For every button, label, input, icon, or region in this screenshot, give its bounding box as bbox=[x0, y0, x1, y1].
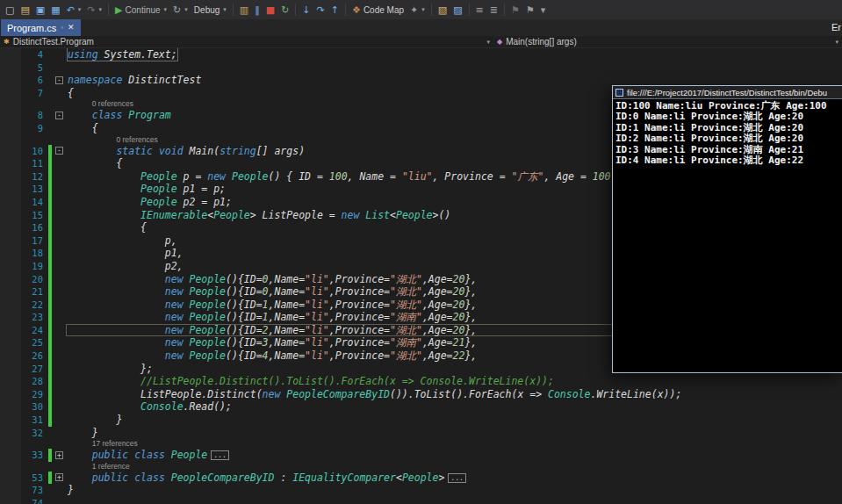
code-line[interactable]: 73} bbox=[0, 484, 842, 497]
fold-margin bbox=[54, 48, 66, 61]
toolbar-overflow-button[interactable]: ▾ bbox=[538, 4, 549, 16]
stop-debugging-icon: ■ bbox=[266, 5, 275, 15]
restart-app-icon: ↻ bbox=[173, 5, 181, 15]
debug-target-button[interactable]: Debug▾ bbox=[191, 4, 229, 16]
change-bar bbox=[47, 99, 54, 109]
console-line: ID:0 Name:li Province:湖北 Age:20 bbox=[615, 112, 842, 122]
toolbar-separator bbox=[345, 4, 346, 16]
step-into-button[interactable]: ↓ bbox=[299, 4, 313, 16]
member-dropdown[interactable]: ◆ Main(string[] args) ▾ bbox=[493, 36, 842, 47]
code-line[interactable]: 29 ListPeople.Distinct(new PeopleCompare… bbox=[0, 388, 842, 401]
breakpoint-gutter bbox=[0, 183, 21, 196]
code-line[interactable]: 28 //ListPeople.Distinct().ToList().ForE… bbox=[0, 375, 842, 388]
continue-button[interactable]: ▶Continue▾ bbox=[112, 4, 169, 16]
console-window: file:///E:/Project2017/DistinctTest/Dist… bbox=[612, 85, 842, 373]
change-bar bbox=[47, 299, 54, 312]
fold-toggle-icon[interactable]: - bbox=[55, 147, 63, 155]
diagnostics-button[interactable]: ▥ bbox=[237, 4, 251, 16]
breakpoint-gutter bbox=[0, 336, 21, 349]
code-lens-icon: ✦ bbox=[410, 5, 418, 15]
change-bar bbox=[47, 122, 54, 135]
change-bar bbox=[47, 311, 54, 324]
code-map-button[interactable]: ❖Code Map bbox=[349, 4, 407, 16]
code-text bbox=[66, 497, 842, 504]
code-line[interactable]: 30 Console.Read(); bbox=[0, 400, 842, 414]
sort-items-icon: ≡ bbox=[476, 5, 484, 15]
line-number: 74 bbox=[21, 497, 47, 504]
code-line[interactable]: 74 bbox=[0, 497, 842, 504]
breakpoint-gutter bbox=[0, 209, 21, 222]
breakpoint-gutter bbox=[0, 135, 21, 145]
line-number bbox=[21, 99, 47, 109]
bookmark-toggle-button[interactable]: ⚑ bbox=[508, 4, 522, 16]
line-number: 12 bbox=[21, 170, 47, 184]
stop-debugging-button[interactable]: ■ bbox=[263, 4, 277, 16]
breakpoint-gutter bbox=[0, 363, 21, 376]
undo-icon: ↶ bbox=[67, 5, 75, 15]
breakpoint-gutter bbox=[0, 299, 21, 312]
step-over-button[interactable]: ↷ bbox=[314, 4, 327, 16]
change-bar bbox=[47, 388, 54, 401]
console-title-bar[interactable]: file:///E:/Project2017/DistinctTest/Dist… bbox=[613, 86, 842, 99]
tab-close-icon[interactable]: ✕ bbox=[68, 24, 75, 32]
step-out-button[interactable]: ↑ bbox=[328, 4, 342, 16]
scope-label: DistinctTest.Program bbox=[13, 37, 94, 47]
scope-dropdown[interactable]: ✱ DistinctTest.Program ▾ bbox=[0, 36, 493, 47]
code-line[interactable]: 31 } bbox=[0, 414, 842, 427]
break-all-button[interactable]: ‖ bbox=[252, 4, 263, 16]
fold-margin bbox=[54, 99, 66, 109]
sort-items-button[interactable]: ≡ bbox=[473, 4, 486, 16]
fold-toggle-icon[interactable]: + bbox=[55, 451, 63, 459]
group-items-button[interactable]: ≣ bbox=[487, 4, 500, 16]
breakpoint-gutter bbox=[0, 196, 21, 209]
breakpoint-gutter bbox=[0, 61, 21, 75]
code-text: public class People... bbox=[66, 449, 842, 462]
change-bar bbox=[47, 145, 54, 158]
restart-debugging-button[interactable]: ↻ bbox=[278, 4, 291, 16]
tab-program-cs[interactable]: Program.cs ◦ ✕ bbox=[1, 19, 81, 36]
line-number: 18 bbox=[21, 247, 47, 260]
code-line[interactable]: 5 bbox=[0, 61, 842, 75]
line-number: 53 bbox=[21, 472, 47, 485]
vs-ide-window: ▢▤▣▦↶▾↷▾▶Continue▾↻▾Debug▾▥‖■↻↓↷↑❖Code M… bbox=[0, 0, 842, 504]
collapsed-region[interactable]: ... bbox=[211, 450, 228, 460]
fold-margin bbox=[54, 234, 66, 248]
code-text: } bbox=[66, 414, 842, 427]
breakpoint-gutter bbox=[0, 375, 21, 388]
undo-button[interactable]: ↶▾ bbox=[64, 4, 84, 16]
right-pane-clipped-text: Er bbox=[831, 22, 841, 32]
line-number: 32 bbox=[21, 427, 47, 440]
fold-margin: + bbox=[54, 449, 66, 462]
open-file-button[interactable]: ▤ bbox=[18, 4, 32, 16]
breakpoint-gutter bbox=[0, 462, 21, 472]
code-line[interactable]: 33+ public class People... bbox=[0, 449, 842, 462]
restart-app-button[interactable]: ↻▾ bbox=[170, 4, 191, 16]
fold-margin bbox=[54, 285, 66, 299]
save-all-button[interactable]: ▦ bbox=[48, 4, 62, 16]
bookmark-next-button[interactable]: ⚑ bbox=[523, 4, 537, 16]
toolbar-separator bbox=[295, 4, 296, 16]
codelens-references[interactable]: 17 references bbox=[0, 439, 842, 449]
fold-toggle-icon[interactable]: + bbox=[55, 473, 63, 481]
fold-margin bbox=[54, 273, 66, 286]
code-line[interactable]: 4using System.Text; bbox=[0, 48, 842, 61]
new-file-button[interactable]: ▢ bbox=[3, 4, 17, 16]
fold-margin bbox=[54, 349, 66, 363]
line-number: 15 bbox=[21, 209, 47, 222]
line-number: 29 bbox=[21, 388, 47, 401]
codelens-references[interactable]: 1 reference bbox=[0, 462, 842, 472]
line-number: 8 bbox=[21, 109, 47, 122]
code-line[interactable]: 32 } bbox=[0, 427, 842, 440]
code-line[interactable]: 53+ public class PeopleCompareByID : IEq… bbox=[0, 472, 842, 485]
code-lens-button[interactable]: ✦▾ bbox=[407, 4, 428, 16]
change-bar bbox=[47, 109, 54, 122]
add-folder-button[interactable]: ▧ bbox=[435, 4, 450, 16]
fold-toggle-icon[interactable]: - bbox=[55, 76, 63, 84]
save-button[interactable]: ▣ bbox=[33, 4, 47, 16]
breakpoint-gutter bbox=[0, 439, 21, 449]
redo-button[interactable]: ↷▾ bbox=[84, 4, 104, 16]
change-bar bbox=[47, 74, 54, 87]
fold-toggle-icon[interactable]: - bbox=[55, 112, 63, 119]
collapsed-region[interactable]: ... bbox=[448, 473, 465, 483]
view-designer-button[interactable]: ▨ bbox=[450, 4, 464, 16]
